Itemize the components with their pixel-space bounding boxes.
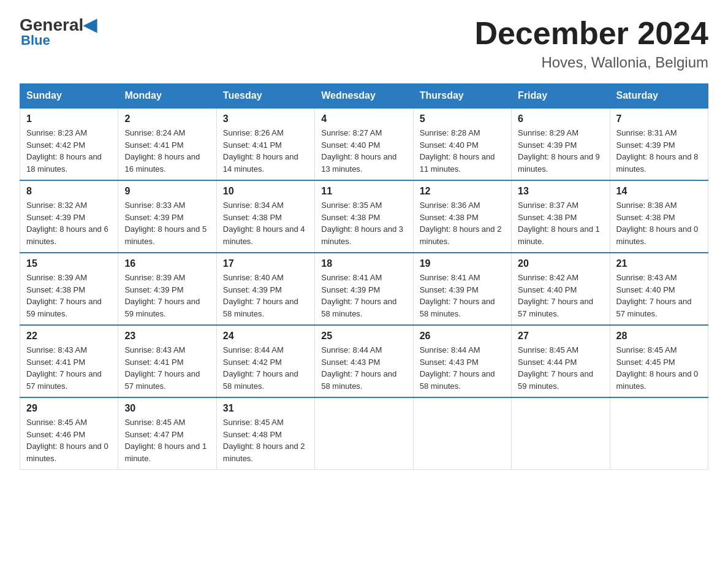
location-title: Hoves, Wallonia, Belgium [474, 54, 708, 71]
day-number: 30 [124, 403, 210, 414]
calendar-week-row: 1 Sunrise: 8:23 AMSunset: 4:42 PMDayligh… [20, 108, 708, 180]
day-info: Sunrise: 8:42 AMSunset: 4:40 PMDaylight:… [518, 273, 593, 318]
col-thursday: Thursday [413, 84, 511, 109]
table-row: 24 Sunrise: 8:44 AMSunset: 4:42 PMDaylig… [216, 325, 314, 397]
day-number: 11 [321, 186, 406, 197]
table-row: 22 Sunrise: 8:43 AMSunset: 4:41 PMDaylig… [20, 325, 118, 397]
day-info: Sunrise: 8:44 AMSunset: 4:42 PMDaylight:… [223, 345, 298, 391]
day-number: 21 [616, 258, 702, 269]
calendar-week-row: 8 Sunrise: 8:32 AMSunset: 4:39 PMDayligh… [20, 180, 708, 253]
day-info: Sunrise: 8:39 AMSunset: 4:38 PMDaylight:… [26, 273, 102, 318]
table-row: 29 Sunrise: 8:45 AMSunset: 4:46 PMDaylig… [20, 397, 118, 470]
day-number: 25 [321, 331, 406, 342]
table-row: 1 Sunrise: 8:23 AMSunset: 4:42 PMDayligh… [20, 108, 118, 180]
day-number: 23 [124, 331, 210, 342]
day-number: 31 [223, 403, 308, 414]
day-info: Sunrise: 8:27 AMSunset: 4:40 PMDaylight:… [321, 128, 396, 174]
table-row: 21 Sunrise: 8:43 AMSunset: 4:40 PMDaylig… [610, 253, 708, 325]
table-row: 14 Sunrise: 8:38 AMSunset: 4:38 PMDaylig… [610, 180, 708, 253]
title-section: December 2024 Hoves, Wallonia, Belgium [474, 15, 708, 71]
day-info: Sunrise: 8:45 AMSunset: 4:47 PMDaylight:… [124, 418, 207, 463]
day-number: 4 [321, 113, 406, 124]
calendar-week-row: 22 Sunrise: 8:43 AMSunset: 4:41 PMDaylig… [20, 325, 708, 397]
col-sunday: Sunday [20, 84, 118, 109]
table-row: 25 Sunrise: 8:44 AMSunset: 4:43 PMDaylig… [315, 325, 413, 397]
logo-blue-label: Blue [20, 33, 97, 48]
day-info: Sunrise: 8:41 AMSunset: 4:39 PMDaylight:… [420, 273, 495, 318]
day-info: Sunrise: 8:45 AMSunset: 4:48 PMDaylight:… [223, 418, 305, 463]
day-info: Sunrise: 8:45 AMSunset: 4:44 PMDaylight:… [518, 345, 593, 391]
day-number: 15 [26, 258, 112, 269]
table-row: 17 Sunrise: 8:40 AMSunset: 4:39 PMDaylig… [216, 253, 314, 325]
calendar-week-row: 29 Sunrise: 8:45 AMSunset: 4:46 PMDaylig… [20, 397, 708, 470]
table-row: 26 Sunrise: 8:44 AMSunset: 4:43 PMDaylig… [413, 325, 511, 397]
table-row: 13 Sunrise: 8:37 AMSunset: 4:38 PMDaylig… [512, 180, 610, 253]
day-number: 6 [518, 113, 603, 124]
day-info: Sunrise: 8:24 AMSunset: 4:41 PMDaylight:… [124, 128, 200, 174]
day-number: 18 [321, 258, 406, 269]
table-row: 3 Sunrise: 8:26 AMSunset: 4:41 PMDayligh… [216, 108, 314, 180]
day-info: Sunrise: 8:43 AMSunset: 4:41 PMDaylight:… [124, 345, 200, 391]
calendar-header-row: Sunday Monday Tuesday Wednesday Thursday… [20, 84, 708, 109]
day-info: Sunrise: 8:44 AMSunset: 4:43 PMDaylight:… [321, 345, 396, 391]
table-row: 9 Sunrise: 8:33 AMSunset: 4:39 PMDayligh… [118, 180, 216, 253]
table-row: 31 Sunrise: 8:45 AMSunset: 4:48 PMDaylig… [216, 397, 314, 470]
col-monday: Monday [118, 84, 216, 109]
day-info: Sunrise: 8:34 AMSunset: 4:38 PMDaylight:… [223, 201, 305, 246]
day-info: Sunrise: 8:43 AMSunset: 4:41 PMDaylight:… [26, 345, 102, 391]
day-info: Sunrise: 8:37 AMSunset: 4:38 PMDaylight:… [518, 201, 600, 246]
table-row [315, 397, 413, 470]
table-row [610, 397, 708, 470]
page-header: General ◀ Blue December 2024 Hoves, Wall… [20, 15, 708, 71]
table-row: 30 Sunrise: 8:45 AMSunset: 4:47 PMDaylig… [118, 397, 216, 470]
day-info: Sunrise: 8:28 AMSunset: 4:40 PMDaylight:… [420, 128, 495, 174]
table-row: 6 Sunrise: 8:29 AMSunset: 4:39 PMDayligh… [512, 108, 610, 180]
day-number: 1 [26, 113, 112, 124]
col-saturday: Saturday [610, 84, 708, 109]
day-number: 3 [223, 113, 308, 124]
day-info: Sunrise: 8:31 AMSunset: 4:39 PMDaylight:… [616, 128, 699, 174]
logo: General ◀ Blue [20, 15, 97, 48]
day-number: 29 [26, 403, 112, 414]
table-row: 15 Sunrise: 8:39 AMSunset: 4:38 PMDaylig… [20, 253, 118, 325]
table-row [512, 397, 610, 470]
day-number: 12 [420, 186, 505, 197]
day-info: Sunrise: 8:41 AMSunset: 4:39 PMDaylight:… [321, 273, 396, 318]
col-tuesday: Tuesday [216, 84, 314, 109]
day-number: 24 [223, 331, 308, 342]
day-info: Sunrise: 8:29 AMSunset: 4:39 PMDaylight:… [518, 128, 600, 174]
table-row: 11 Sunrise: 8:35 AMSunset: 4:38 PMDaylig… [315, 180, 413, 253]
col-wednesday: Wednesday [315, 84, 413, 109]
table-row: 20 Sunrise: 8:42 AMSunset: 4:40 PMDaylig… [512, 253, 610, 325]
table-row [413, 397, 511, 470]
table-row: 5 Sunrise: 8:28 AMSunset: 4:40 PMDayligh… [413, 108, 511, 180]
day-number: 20 [518, 258, 603, 269]
day-number: 8 [26, 186, 112, 197]
day-number: 19 [420, 258, 505, 269]
day-info: Sunrise: 8:39 AMSunset: 4:39 PMDaylight:… [124, 273, 200, 318]
day-info: Sunrise: 8:35 AMSunset: 4:38 PMDaylight:… [321, 201, 403, 246]
day-number: 26 [420, 331, 505, 342]
day-number: 17 [223, 258, 308, 269]
day-info: Sunrise: 8:38 AMSunset: 4:38 PMDaylight:… [616, 201, 699, 246]
table-row: 7 Sunrise: 8:31 AMSunset: 4:39 PMDayligh… [610, 108, 708, 180]
day-info: Sunrise: 8:43 AMSunset: 4:40 PMDaylight:… [616, 273, 692, 318]
day-info: Sunrise: 8:45 AMSunset: 4:46 PMDaylight:… [26, 418, 108, 463]
day-number: 9 [124, 186, 210, 197]
day-number: 7 [616, 113, 702, 124]
day-number: 28 [616, 331, 702, 342]
table-row: 28 Sunrise: 8:45 AMSunset: 4:45 PMDaylig… [610, 325, 708, 397]
day-info: Sunrise: 8:26 AMSunset: 4:41 PMDaylight:… [223, 128, 298, 174]
day-info: Sunrise: 8:33 AMSunset: 4:39 PMDaylight:… [124, 201, 207, 246]
day-number: 5 [420, 113, 505, 124]
table-row: 2 Sunrise: 8:24 AMSunset: 4:41 PMDayligh… [118, 108, 216, 180]
day-number: 22 [26, 331, 112, 342]
day-info: Sunrise: 8:36 AMSunset: 4:38 PMDaylight:… [420, 201, 502, 246]
table-row: 8 Sunrise: 8:32 AMSunset: 4:39 PMDayligh… [20, 180, 118, 253]
day-number: 13 [518, 186, 603, 197]
day-number: 2 [124, 113, 210, 124]
table-row: 27 Sunrise: 8:45 AMSunset: 4:44 PMDaylig… [512, 325, 610, 397]
logo-general-text: General [20, 15, 83, 35]
day-info: Sunrise: 8:23 AMSunset: 4:42 PMDaylight:… [26, 128, 102, 174]
month-title: December 2024 [474, 15, 708, 52]
